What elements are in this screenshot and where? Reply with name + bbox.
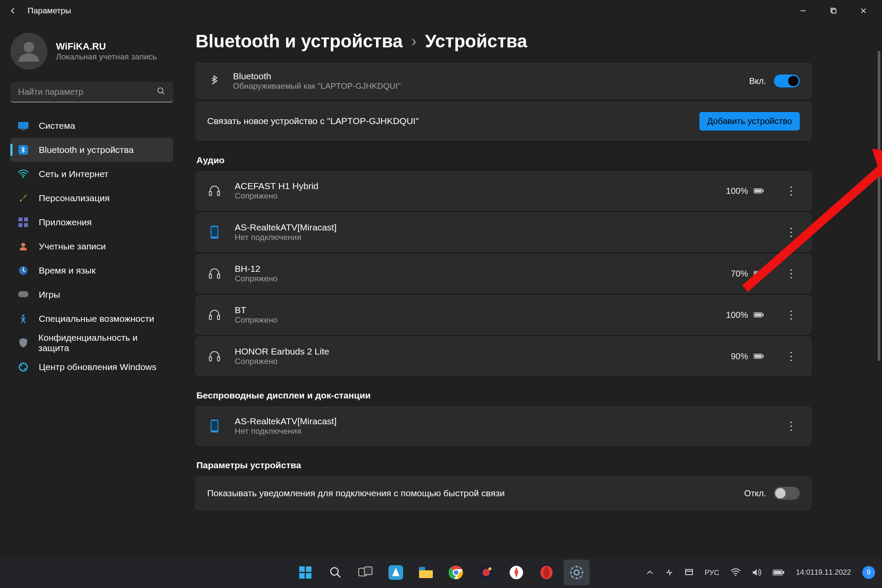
taskbar-search[interactable] — [323, 560, 348, 585]
device-row[interactable]: BTСопряжено100%⋮ — [196, 296, 811, 334]
taskbar-app-2[interactable] — [473, 560, 499, 585]
bluetooth-toggle[interactable] — [774, 75, 800, 87]
quick-pair-toggle[interactable] — [774, 487, 800, 500]
svg-point-11 — [22, 176, 24, 178]
tray-language[interactable]: РУС — [702, 562, 722, 583]
svg-rect-15 — [24, 223, 28, 227]
svg-line-75 — [581, 568, 582, 569]
sidebar-item-label: Персонализация — [39, 193, 110, 203]
device-more-button[interactable]: ⋮ — [783, 417, 800, 435]
sidebar-item-accounts[interactable]: Учетные записи — [10, 234, 173, 258]
taskbar-file-explorer[interactable] — [413, 560, 439, 585]
scrollbar[interactable] — [878, 51, 880, 361]
device-more-button[interactable]: ⋮ — [783, 182, 800, 199]
svg-point-65 — [543, 567, 550, 578]
device-status: Сопряжено — [235, 191, 713, 201]
svg-line-73 — [581, 576, 582, 578]
device-row[interactable]: AS-RealtekATV[Miracast]Нет подключения⋮ — [196, 213, 811, 252]
device-more-button[interactable]: ⋮ — [783, 265, 800, 282]
sidebar-item-windows-update[interactable]: Центр обновления Windows — [10, 355, 173, 379]
svg-rect-8 — [18, 122, 28, 129]
svg-rect-25 — [763, 190, 764, 192]
sidebar-item-personalization[interactable]: Персонализация — [10, 186, 173, 210]
svg-rect-13 — [24, 218, 28, 221]
phone-icon — [207, 225, 222, 240]
taskbar-settings[interactable] — [564, 560, 590, 585]
taskbar-task-view[interactable] — [353, 560, 379, 585]
sidebar-item-gaming[interactable]: Игры — [10, 283, 173, 307]
svg-point-6 — [158, 88, 163, 93]
tray-notifications[interactable]: 9 — [860, 562, 878, 583]
sidebar-item-apps[interactable]: Приложения — [10, 210, 173, 234]
sidebar-item-accessibility[interactable]: Специальные возможности — [10, 307, 173, 331]
avatar — [10, 33, 47, 70]
bluetooth-title: Bluetooth — [233, 71, 401, 81]
apps-icon — [17, 216, 29, 228]
device-more-button[interactable]: ⋮ — [783, 306, 800, 324]
sidebar-item-time-language[interactable]: Время и язык — [10, 258, 173, 283]
tray-volume-icon[interactable] — [749, 562, 764, 583]
taskbar: РУС 14:01 19.11.2022 9 — [0, 557, 882, 588]
sidebar-item-network[interactable]: Сеть и Интернет — [10, 162, 173, 186]
wireless-device-list: AS-RealtekATV[Miracast]Нет подключения⋮ — [196, 407, 811, 445]
svg-rect-36 — [755, 314, 761, 317]
wifi-icon — [17, 168, 29, 180]
svg-point-5 — [24, 42, 34, 52]
taskbar-opera[interactable] — [534, 560, 559, 585]
breadcrumb-parent[interactable]: Bluetooth и устройства — [196, 31, 403, 52]
device-name: BH-12 — [235, 264, 718, 274]
back-button[interactable] — [3, 1, 22, 20]
device-row[interactable]: HONOR Earbuds 2 LiteСопряжено90%⋮ — [196, 337, 811, 376]
svg-rect-2 — [832, 9, 836, 13]
device-name: AS-RealtekATV[Miracast] — [235, 416, 764, 426]
maximize-button[interactable] — [818, 0, 848, 22]
bluetooth-subtitle: Обнаруживаемый как "LAPTOP-GJHKDQUI" — [233, 81, 401, 91]
tray-date: 19.11.2022 — [814, 568, 851, 577]
taskbar-apps — [292, 560, 590, 585]
tray-clock[interactable]: 14:01 19.11.2022 — [793, 562, 854, 583]
tray-icon-1[interactable] — [662, 562, 676, 583]
svg-rect-18 — [18, 291, 28, 297]
device-name: ACEFAST H1 Hybrid — [235, 181, 713, 191]
search-input[interactable] — [10, 82, 173, 103]
taskbar-app-1[interactable] — [383, 560, 409, 585]
device-row[interactable]: AS-RealtekATV[Miracast]Нет подключения⋮ — [196, 407, 811, 445]
profile[interactable]: WiFiKA.RU Локальная учетная запись — [10, 28, 173, 79]
taskbar-yandex-browser[interactable] — [503, 560, 529, 585]
device-more-button[interactable]: ⋮ — [783, 224, 800, 241]
svg-rect-50 — [306, 573, 311, 579]
minimize-button[interactable] — [788, 0, 818, 22]
taskbar-start-button[interactable] — [292, 560, 318, 585]
device-row[interactable]: ACEFAST H1 HybridСопряжено100%⋮ — [196, 171, 811, 210]
sidebar-item-system[interactable]: Система — [10, 114, 173, 138]
sidebar-item-label: Приложения — [39, 217, 92, 227]
svg-point-61 — [483, 569, 490, 576]
tray-wifi-icon[interactable] — [728, 562, 743, 583]
system-icon — [17, 120, 29, 132]
tray-overflow[interactable] — [643, 562, 656, 583]
taskbar-chrome[interactable] — [443, 560, 469, 585]
pair-device-text: Связать новое устройство с "LAPTOP-GJHKD… — [207, 116, 419, 126]
quick-pair-title: Показывать уведомления для подключения с… — [207, 488, 505, 498]
tray-icon-2[interactable] — [682, 562, 696, 583]
svg-rect-27 — [211, 227, 217, 236]
tray-battery-icon[interactable] — [770, 562, 787, 583]
sidebar-item-bluetooth-devices[interactable]: Bluetooth и устройства — [10, 138, 173, 162]
section-title-audio: Аудио — [196, 155, 811, 165]
svg-point-78 — [735, 575, 736, 576]
add-device-button[interactable]: Добавить устройство — [699, 112, 800, 131]
svg-point-16 — [21, 243, 25, 247]
sidebar-item-label: Учетные записи — [39, 241, 106, 252]
notification-badge: 9 — [862, 566, 875, 579]
close-button[interactable] — [848, 0, 879, 22]
device-name: BT — [235, 305, 713, 315]
device-row[interactable]: BH-12Сопряжено70%⋮ — [196, 254, 811, 293]
bluetooth-icon — [207, 74, 222, 88]
svg-rect-24 — [755, 190, 761, 193]
search-box[interactable] — [10, 82, 173, 103]
accessibility-icon — [17, 313, 29, 325]
svg-rect-54 — [364, 567, 372, 575]
sidebar-item-privacy[interactable]: Конфиденциальность и защита — [10, 331, 173, 355]
device-more-button[interactable]: ⋮ — [783, 348, 800, 365]
pair-device-card: Связать новое устройство с "LAPTOP-GJHKD… — [196, 102, 811, 140]
